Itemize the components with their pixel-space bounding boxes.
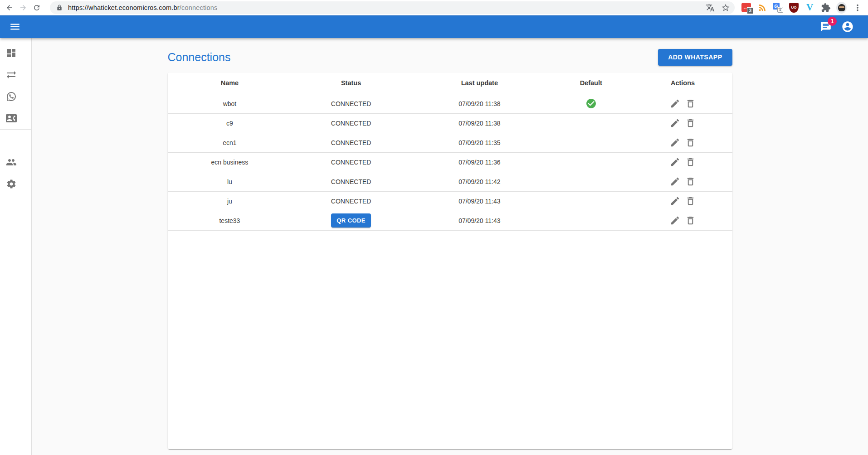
sidebar-gap <box>0 130 31 151</box>
cell-last-update: 07/09/20 11:43 <box>410 211 549 230</box>
header-status: Status <box>292 73 410 94</box>
browser-profile[interactable] <box>836 2 847 13</box>
translate-icon[interactable] <box>706 3 715 12</box>
add-whatsapp-button[interactable]: ADD WHATSAPP <box>658 49 732 66</box>
check-circle-icon <box>585 98 597 109</box>
browser-toolbar: https://whaticket.economicros.com.br/con… <box>0 0 868 15</box>
red-dots-extension[interactable]: ... 3 <box>741 2 751 13</box>
delete-button[interactable] <box>683 196 697 206</box>
edit-pencil-icon <box>670 176 680 187</box>
sidebar-item-users[interactable] <box>0 151 31 173</box>
sidebar-item-contacts[interactable] <box>0 107 31 129</box>
cell-status: CONNECTED <box>292 172 410 191</box>
cell-last-update: 07/09/20 11:35 <box>410 133 549 152</box>
edit-pencil-icon <box>670 118 680 128</box>
rss-feed-icon <box>757 3 767 13</box>
cell-last-update: 07/09/20 11:38 <box>410 113 549 133</box>
cell-default <box>549 94 634 113</box>
edit-button[interactable] <box>668 196 682 206</box>
cell-status: CONNECTED <box>292 133 410 152</box>
ublock-shield-icon: UO <box>789 3 799 13</box>
edit-pencil-icon <box>670 157 680 167</box>
cell-default <box>549 152 634 172</box>
profile-avatar <box>836 2 847 14</box>
sidebar-item-settings[interactable] <box>0 173 31 195</box>
url-origin: https://whaticket.economicros.com.br <box>68 4 180 11</box>
header-actions: Actions <box>634 73 732 94</box>
sidebar-item-tickets[interactable] <box>0 64 31 86</box>
account-circle-icon <box>841 20 854 33</box>
browser-menu[interactable] <box>852 2 863 13</box>
delete-trash-icon <box>685 196 696 206</box>
cell-default <box>549 113 634 133</box>
notifications-button[interactable]: 1 <box>820 21 832 33</box>
edit-button[interactable] <box>668 118 682 128</box>
delete-trash-icon <box>685 137 696 148</box>
url-text: https://whaticket.economicros.com.br/con… <box>68 4 218 11</box>
qr-code-button[interactable]: QR CODE <box>331 213 371 228</box>
delete-trash-icon <box>685 215 696 226</box>
translate-extension[interactable]: G 文 <box>773 2 783 13</box>
contact-phone-icon <box>6 113 17 124</box>
edit-button[interactable] <box>668 137 682 148</box>
delete-button[interactable] <box>683 176 697 187</box>
sidebar <box>0 38 32 455</box>
video-downloader-extension[interactable]: V <box>805 2 815 13</box>
delete-trash-icon <box>685 157 696 167</box>
account-menu-button[interactable] <box>841 20 854 33</box>
connections-table: Name Status Last update Default Actions … <box>168 73 732 231</box>
delete-button[interactable] <box>683 215 697 226</box>
delete-trash-icon <box>685 176 696 187</box>
cell-actions <box>634 152 732 172</box>
whatsapp-icon <box>6 91 17 102</box>
delete-button[interactable] <box>683 157 697 167</box>
cell-name: wbot <box>168 94 292 113</box>
extensions-menu[interactable] <box>820 2 831 13</box>
delete-button[interactable] <box>683 98 697 109</box>
cell-name: c9 <box>168 113 292 133</box>
forward-arrow-icon <box>19 4 27 12</box>
edit-button[interactable] <box>668 215 682 226</box>
sidebar-item-connections[interactable] <box>0 86 31 107</box>
cell-default <box>549 133 634 152</box>
delete-button[interactable] <box>683 118 697 128</box>
sidebar-item-dashboard[interactable] <box>0 42 31 64</box>
cell-status: CONNECTED <box>292 152 410 172</box>
reload-button[interactable] <box>30 1 44 15</box>
table-row: ecn1 CONNECTED 07/09/20 11:35 <box>168 133 732 152</box>
table-row: c9 CONNECTED 07/09/20 11:38 <box>168 113 732 133</box>
app-bar: 1 <box>0 15 868 38</box>
delete-button[interactable] <box>683 137 697 148</box>
rss-extension[interactable] <box>757 2 767 13</box>
cell-last-update: 07/09/20 11:36 <box>410 152 549 172</box>
address-bar[interactable]: https://whaticket.economicros.com.br/con… <box>50 1 735 14</box>
edit-pencil-icon <box>670 98 680 109</box>
cell-name: teste33 <box>168 211 292 230</box>
forward-button[interactable] <box>16 1 30 15</box>
menu-button[interactable] <box>9 20 21 33</box>
ublock-extension[interactable]: UO <box>789 2 799 13</box>
menu-hamburger-icon <box>9 21 21 33</box>
star-bookmark-icon[interactable] <box>721 3 730 12</box>
cell-last-update: 07/09/20 11:38 <box>410 94 549 113</box>
cell-name: ecn business <box>168 152 292 172</box>
edit-button[interactable] <box>668 157 682 167</box>
cell-status: CONNECTED <box>292 94 410 113</box>
cell-default <box>549 191 634 211</box>
reload-icon <box>33 4 41 12</box>
cell-last-update: 07/09/20 11:43 <box>410 191 549 211</box>
cell-actions <box>634 94 732 113</box>
cell-name: lu <box>168 172 292 191</box>
url-path: /connections <box>180 4 218 11</box>
cell-status: CONNECTED <box>292 113 410 133</box>
table-row: ecn business CONNECTED 07/09/20 11:36 <box>168 152 732 172</box>
extension-badge: 3 <box>747 7 753 14</box>
notification-badge: 1 <box>828 17 837 26</box>
edit-button[interactable] <box>668 176 682 187</box>
edit-button[interactable] <box>668 98 682 109</box>
table-header-row: Name Status Last update Default Actions <box>168 73 732 94</box>
back-button[interactable] <box>3 1 16 15</box>
dashboard-icon <box>6 48 17 58</box>
ninja-avatar-icon <box>838 4 845 11</box>
cell-name: ju <box>168 191 292 211</box>
